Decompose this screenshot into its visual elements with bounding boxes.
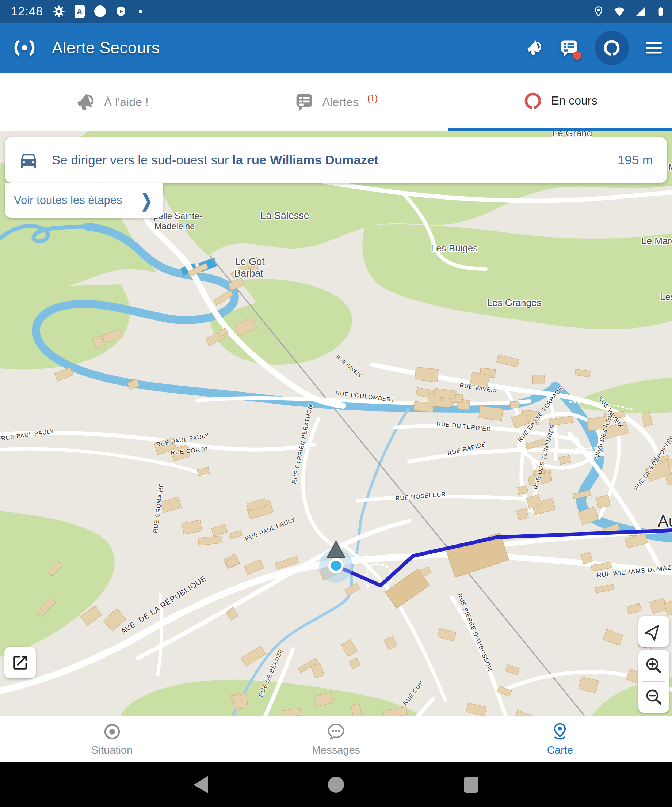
map-place-label: La Salesse bbox=[260, 210, 310, 221]
locate-me-button[interactable] bbox=[638, 616, 669, 647]
zoom-out-button[interactable] bbox=[638, 682, 669, 713]
app-title: Alerte Secours bbox=[52, 39, 160, 57]
tab-alertes[interactable]: Alertes(1) bbox=[224, 73, 448, 131]
car-icon bbox=[18, 150, 39, 170]
zoom-in-button[interactable] bbox=[638, 650, 669, 681]
zoom-out-icon bbox=[644, 687, 663, 706]
map-place-label: Les Granges bbox=[487, 297, 541, 309]
nav-label: Carte bbox=[547, 744, 573, 756]
signal-icon bbox=[635, 5, 646, 18]
all-steps-label: Voir toutes les étapes bbox=[14, 194, 140, 207]
instruction-prefix: Se diriger vers le sud-ouest sur bbox=[52, 153, 232, 167]
status-bar: 12:48 A bbox=[0, 0, 672, 23]
alert-list-icon bbox=[295, 92, 314, 112]
notification-circle-icon bbox=[94, 5, 106, 17]
map-place-label: Barbat bbox=[234, 268, 263, 279]
chevron-right-icon: ❯ bbox=[140, 190, 153, 211]
menu-button[interactable] bbox=[645, 41, 662, 55]
home-circle-icon bbox=[328, 777, 344, 793]
clock: 12:48 bbox=[11, 4, 43, 18]
tab-a-laide[interactable]: À l'aide ! bbox=[0, 73, 224, 131]
nav-label: Situation bbox=[91, 744, 132, 756]
hamburger-icon bbox=[645, 41, 662, 55]
shield-play-icon bbox=[116, 5, 126, 18]
nav-item-situation[interactable]: Situation bbox=[0, 716, 224, 762]
back-triangle-icon bbox=[194, 776, 208, 794]
sync-button[interactable] bbox=[594, 31, 629, 65]
home-button[interactable] bbox=[321, 770, 351, 799]
nav-item-messages[interactable]: Messages bbox=[224, 716, 448, 762]
megaphone-icon bbox=[526, 39, 543, 56]
situation-target-icon bbox=[103, 722, 122, 741]
bottom-nav-bar: Situation Messages Carte bbox=[0, 716, 672, 762]
map-place-label: Madeleine bbox=[154, 221, 195, 231]
messages-button[interactable] bbox=[559, 38, 579, 57]
announce-button[interactable] bbox=[526, 39, 543, 56]
tab-label: Alertes bbox=[322, 95, 359, 109]
recents-square-icon bbox=[464, 777, 478, 793]
alert-count-badge: (1) bbox=[367, 93, 377, 103]
settings-gear-icon bbox=[53, 5, 65, 18]
tab-bar: À l'aide ! Alertes(1) En cours bbox=[0, 73, 672, 131]
zoom-in-icon bbox=[644, 656, 663, 675]
map-tiles bbox=[0, 131, 672, 716]
android-nav-bar bbox=[0, 762, 672, 807]
open-external-icon bbox=[11, 654, 29, 672]
navigation-arrow-icon bbox=[644, 622, 663, 641]
app-bar: Alerte Secours bbox=[0, 23, 672, 73]
instruction-street: la rue Williams Dumazet bbox=[232, 153, 378, 167]
megaphone-icon bbox=[76, 92, 96, 112]
back-button[interactable] bbox=[186, 770, 215, 799]
app-logo-radio-icon bbox=[13, 39, 36, 57]
unread-badge-dot bbox=[573, 51, 581, 60]
all-steps-button[interactable]: Voir toutes les étapes ❯ bbox=[5, 183, 163, 218]
progress-circle-icon bbox=[523, 91, 543, 111]
map-place-label: Au bbox=[658, 512, 672, 530]
zoom-control bbox=[638, 650, 669, 713]
nav-label: Messages bbox=[312, 744, 360, 756]
app-screen: 12:48 A bbox=[0, 0, 672, 807]
location-active-icon bbox=[593, 5, 604, 18]
instruction-text: Se diriger vers le sud-ouest sur la rue … bbox=[52, 153, 617, 168]
map-place-label: Les Buiges bbox=[431, 243, 478, 254]
navigation-instruction-card: Se diriger vers le sud-ouest sur la rue … bbox=[5, 138, 667, 183]
map-place-label: Le Marc bbox=[641, 235, 672, 247]
tab-label: En cours bbox=[551, 94, 597, 108]
map-place-label: Les bbox=[660, 291, 672, 303]
tab-en-cours[interactable]: En cours bbox=[448, 73, 672, 131]
battery-icon bbox=[656, 5, 665, 18]
spinner-icon bbox=[602, 38, 622, 58]
wifi-icon bbox=[614, 5, 625, 18]
recents-button[interactable] bbox=[457, 770, 486, 799]
tab-label: À l'aide ! bbox=[104, 95, 149, 109]
map-canvas[interactable]: Le Grand La Salesse pelle Sainte- Madele… bbox=[0, 131, 672, 716]
map-place-label: Le Got bbox=[235, 256, 265, 267]
distance-value: 195 m bbox=[617, 153, 653, 168]
fullscreen-button[interactable] bbox=[4, 647, 36, 678]
nav-item-carte[interactable]: Carte bbox=[448, 716, 672, 762]
auto-translate-icon: A bbox=[74, 5, 85, 18]
messages-bubble-icon bbox=[326, 722, 346, 741]
status-dot-icon bbox=[139, 10, 142, 13]
map-place-label: M bbox=[668, 162, 672, 173]
map-pin-icon bbox=[550, 722, 569, 741]
